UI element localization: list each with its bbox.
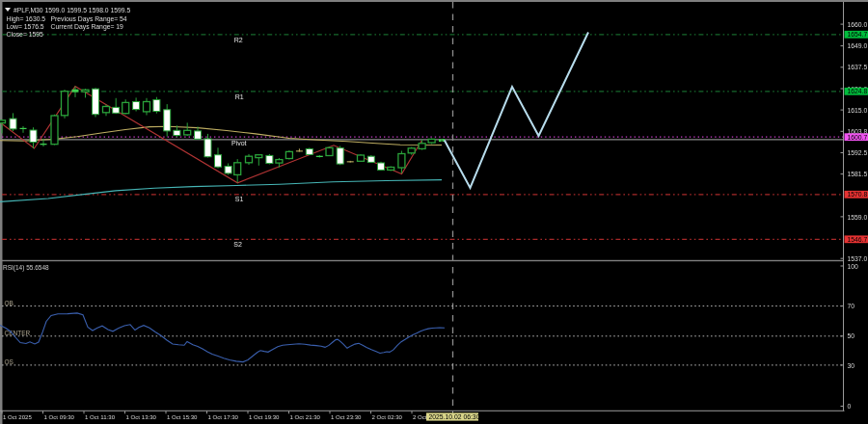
svg-text:1 Oct 17:30: 1 Oct 17:30 — [208, 413, 239, 420]
svg-text:2025.10.02 06:30: 2025.10.02 06:30 — [429, 413, 480, 420]
svg-text:OB: OB — [5, 300, 14, 306]
svg-text:50: 50 — [848, 332, 855, 339]
svg-text:1 Oct 11:30: 1 Oct 11:30 — [85, 413, 116, 420]
svg-text:1 Oct 2025: 1 Oct 2025 — [3, 413, 32, 420]
svg-text:1 Oct 09:30: 1 Oct 09:30 — [44, 413, 75, 420]
svg-text:30: 30 — [848, 362, 855, 369]
svg-text:Low= 1576.5: Low= 1576.5 — [7, 23, 44, 30]
svg-text:70: 70 — [848, 303, 855, 309]
svg-text:OS: OS — [5, 358, 14, 365]
svg-text:1592.5: 1592.5 — [848, 149, 868, 156]
svg-text:#PLF,M30 1599.0 1599.5 1598.0: #PLF,M30 1599.0 1599.5 1598.0 1599.5 — [14, 7, 131, 13]
svg-text:S1: S1 — [235, 196, 244, 202]
svg-text:R2: R2 — [234, 37, 243, 43]
svg-text:1 Oct 21:30: 1 Oct 21:30 — [290, 413, 321, 420]
svg-text:1624.8: 1624.8 — [848, 88, 868, 94]
svg-text:1570.8: 1570.8 — [848, 191, 868, 198]
svg-text:1537.0: 1537.0 — [848, 255, 868, 262]
svg-text:1660.0: 1660.0 — [848, 21, 868, 28]
svg-text:1649.0: 1649.0 — [848, 42, 868, 49]
svg-text:1546.7: 1546.7 — [848, 236, 868, 243]
svg-text:Pivot: Pivot — [231, 140, 247, 146]
svg-text:1 Oct 19:30: 1 Oct 19:30 — [249, 413, 280, 420]
svg-text:1654.7: 1654.7 — [848, 31, 868, 38]
svg-text:R1: R1 — [235, 93, 244, 100]
svg-text:S2: S2 — [233, 241, 242, 248]
svg-text:1637.5: 1637.5 — [848, 64, 868, 70]
svg-text:100: 100 — [848, 263, 859, 270]
svg-text:Close= 1595: Close= 1595 — [7, 31, 44, 38]
svg-text:1559.0: 1559.0 — [848, 214, 868, 221]
svg-text:0: 0 — [848, 403, 852, 410]
svg-text:1581.5: 1581.5 — [848, 171, 868, 177]
svg-text:CENTER: CENTER — [5, 330, 31, 336]
svg-text:RSI(14) 55.6548: RSI(14) 55.6548 — [3, 264, 49, 272]
svg-text:2 Oct 02:30: 2 Oct 02:30 — [372, 413, 403, 420]
svg-text:1 Oct 15:30: 1 Oct 15:30 — [167, 413, 198, 420]
svg-text:1 Oct 13:30: 1 Oct 13:30 — [126, 413, 157, 420]
svg-text:1600.7: 1600.7 — [848, 134, 868, 141]
svg-text:1 Oct 23:30: 1 Oct 23:30 — [331, 413, 362, 420]
svg-text:Current Days Range= 19: Current Days Range= 19 — [51, 23, 124, 31]
svg-text:1615.0: 1615.0 — [848, 107, 868, 114]
